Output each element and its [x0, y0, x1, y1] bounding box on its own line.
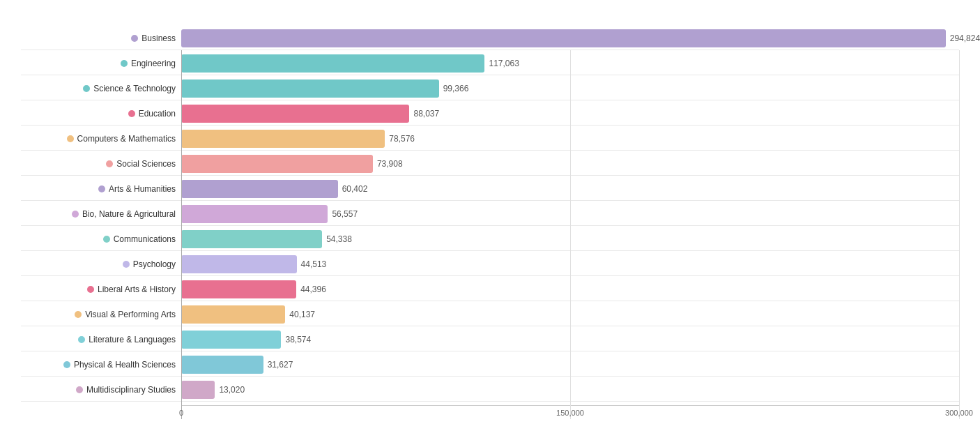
- bar-container: 78,576: [181, 130, 959, 148]
- grid-line: [959, 50, 960, 419]
- bar-label: Visual & Performing Arts: [21, 310, 181, 319]
- bar-fill: [181, 105, 409, 123]
- bar-container: 99,366: [181, 79, 959, 98]
- bar-label: Engineering: [21, 59, 181, 68]
- bar-row: Engineering117,063: [21, 52, 959, 75]
- x-axis: 0150,000300,000: [181, 405, 959, 419]
- bar-label: Liberal Arts & History: [21, 285, 181, 294]
- bar-label-text: Engineering: [131, 59, 176, 68]
- bar-row: Business294,824: [21, 26, 959, 50]
- bar-dot-icon: [121, 60, 128, 67]
- bar-label-text: Multidisciplinary Studies: [86, 385, 176, 395]
- bar-value: 78,576: [389, 134, 415, 144]
- bar-container: 60,402: [181, 180, 959, 198]
- bar-dot-icon: [76, 386, 83, 393]
- bar-fill: [181, 381, 215, 399]
- bar-fill: [181, 54, 484, 73]
- bar-fill: [181, 79, 439, 98]
- bar-label-text: Education: [139, 109, 176, 119]
- bar-label: Science & Technology: [21, 84, 181, 93]
- bar-label-text: Computers & Mathematics: [77, 134, 176, 144]
- bar-value: 40,137: [289, 310, 315, 319]
- bar-value: 13,020: [219, 385, 245, 395]
- bar-label-text: Bio, Nature & Agricultural: [82, 209, 176, 219]
- chart-wrapper: Business294,824Engineering117,063Science…: [21, 14, 959, 419]
- bar-value: 60,402: [342, 184, 368, 194]
- bar-value: 88,037: [413, 109, 439, 119]
- bar-label-text: Social Sciences: [116, 159, 176, 169]
- bar-dot-icon: [75, 311, 82, 318]
- bar-fill: [181, 155, 373, 173]
- bar-dot-icon: [83, 85, 90, 92]
- bar-dot-icon: [106, 160, 113, 167]
- bar-fill: [181, 305, 285, 324]
- bar-fill: [181, 280, 296, 298]
- bar-label: Education: [21, 109, 181, 119]
- chart-area: Business294,824Engineering117,063Science…: [21, 26, 959, 419]
- bar-fill: [181, 205, 328, 223]
- bar-dot-icon: [63, 361, 70, 368]
- bar-container: 44,513: [181, 255, 959, 273]
- bar-value: 99,366: [443, 84, 469, 93]
- bar-label: Psychology: [21, 259, 181, 269]
- bars-container: Business294,824Engineering117,063Science…: [21, 26, 959, 402]
- bar-fill: [181, 130, 385, 148]
- bar-row: Psychology44,513: [21, 252, 959, 276]
- bar-container: 117,063: [181, 54, 959, 73]
- bar-label: Computers & Mathematics: [21, 134, 181, 144]
- bar-value: 38,574: [285, 335, 311, 344]
- bar-value: 73,908: [377, 159, 403, 169]
- bar-row: Arts & Humanities60,402: [21, 177, 959, 201]
- bar-row: Multidisciplinary Studies13,020: [21, 378, 959, 402]
- bar-label-text: Physical & Health Sciences: [74, 360, 176, 370]
- bar-container: 88,037: [181, 105, 959, 123]
- bar-label-text: Arts & Humanities: [109, 184, 176, 194]
- bar-row: Science & Technology99,366: [21, 77, 959, 100]
- x-tick-label: 0: [179, 409, 183, 417]
- bar-fill: [181, 180, 338, 198]
- x-tick-label: 150,000: [556, 409, 584, 417]
- bar-value: 117,063: [489, 59, 519, 68]
- bar-fill: [181, 255, 297, 273]
- bar-container: 54,338: [181, 230, 959, 248]
- bar-value: 44,396: [300, 285, 326, 294]
- bar-label: Communications: [21, 234, 181, 244]
- bar-container: 31,627: [181, 356, 959, 374]
- bar-label: Arts & Humanities: [21, 184, 181, 194]
- bar-row: Education88,037: [21, 102, 959, 126]
- bar-label-text: Visual & Performing Arts: [85, 310, 176, 319]
- x-tick-label: 300,000: [945, 409, 973, 417]
- bar-container: 13,020: [181, 381, 959, 399]
- bar-value: 56,557: [332, 209, 358, 219]
- bar-label: Bio, Nature & Agricultural: [21, 209, 181, 219]
- bar-label-text: Science & Technology: [93, 84, 176, 93]
- bar-label: Multidisciplinary Studies: [21, 385, 181, 395]
- bar-fill: [181, 356, 263, 374]
- bar-container: 56,557: [181, 205, 959, 223]
- bar-dot-icon: [98, 185, 105, 192]
- bar-row: Visual & Performing Arts40,137: [21, 303, 959, 326]
- bar-row: Communications54,338: [21, 227, 959, 251]
- bar-label: Physical & Health Sciences: [21, 360, 181, 370]
- bar-value: 31,627: [268, 360, 293, 370]
- bar-row: Computers & Mathematics78,576: [21, 127, 959, 151]
- bar-row: Bio, Nature & Agricultural56,557: [21, 202, 959, 226]
- bar-label-text: Business: [141, 33, 176, 43]
- bar-value: 44,513: [301, 259, 327, 269]
- bar-container: 40,137: [181, 305, 959, 324]
- bar-label: Social Sciences: [21, 159, 181, 169]
- bar-label-text: Communications: [114, 234, 176, 244]
- bar-label: Business: [21, 33, 181, 43]
- bar-dot-icon: [123, 261, 130, 268]
- bar-value: 54,338: [326, 234, 352, 244]
- bar-container: 38,574: [181, 331, 959, 349]
- bar-container: 294,824: [181, 29, 959, 47]
- bar-container: 44,396: [181, 280, 959, 298]
- bar-row: Literature & Languages38,574: [21, 328, 959, 351]
- bar-label-text: Liberal Arts & History: [98, 285, 176, 294]
- bar-value: 294,824: [950, 33, 980, 43]
- bar-dot-icon: [128, 110, 135, 117]
- bar-dot-icon: [78, 336, 85, 343]
- bar-dot-icon: [103, 236, 110, 243]
- bar-fill: [181, 230, 322, 248]
